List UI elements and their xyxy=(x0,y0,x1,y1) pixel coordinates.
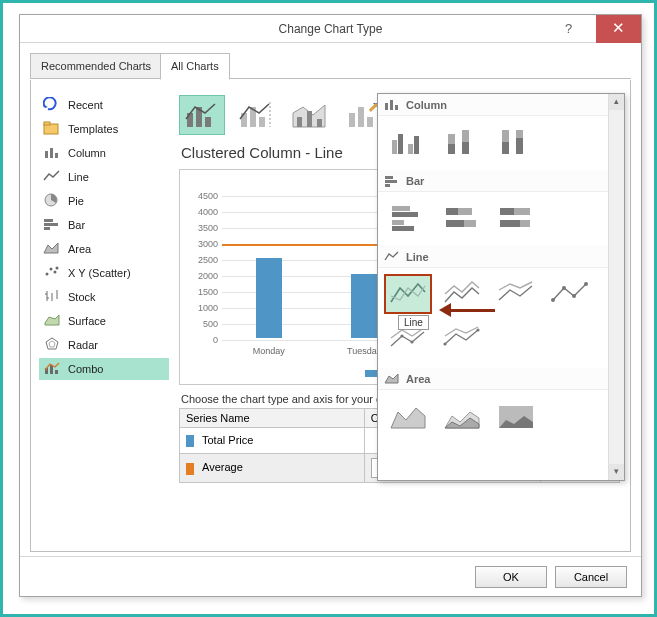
area-icon xyxy=(384,372,400,385)
dialog-footer: OK Cancel xyxy=(20,556,641,596)
sidebar-item-stock[interactable]: Stock xyxy=(39,286,169,308)
sidebar-item-surface[interactable]: Surface xyxy=(39,310,169,332)
y-tick-label: 1500 xyxy=(188,287,218,297)
svg-rect-50 xyxy=(462,142,469,154)
svg-rect-6 xyxy=(44,219,53,222)
svg-point-71 xyxy=(562,286,566,290)
svg-rect-28 xyxy=(241,113,247,127)
chart-type-picker-overlay: Column Bar Line xyxy=(377,93,625,481)
chart-category-sidebar: Recent Templates Column Line Pie xyxy=(39,94,169,382)
scroll-down-icon[interactable]: ▾ xyxy=(609,464,624,480)
subtype-clustered-column-line-secondary[interactable] xyxy=(233,95,279,135)
y-tick-label: 1000 xyxy=(188,303,218,313)
y-tick-label: 500 xyxy=(188,319,218,329)
sidebar-item-label: Surface xyxy=(68,310,106,332)
area-stacked[interactable] xyxy=(438,396,486,436)
sidebar-item-recent[interactable]: Recent xyxy=(39,94,169,116)
sidebar-item-scatter[interactable]: X Y (Scatter) xyxy=(39,262,169,284)
svg-rect-42 xyxy=(395,105,398,110)
overlay-column-grid xyxy=(378,116,608,170)
svg-rect-33 xyxy=(297,117,302,127)
svg-rect-25 xyxy=(187,113,193,127)
y-tick-label: 4500 xyxy=(188,191,218,201)
scroll-up-icon[interactable]: ▴ xyxy=(609,94,624,110)
svg-rect-59 xyxy=(392,212,418,217)
svg-rect-36 xyxy=(349,113,355,127)
svg-point-12 xyxy=(54,271,57,274)
overlay-scrollbar[interactable]: ▴ ▾ xyxy=(608,94,624,480)
svg-rect-27 xyxy=(205,117,211,127)
svg-marker-9 xyxy=(44,243,58,253)
sidebar-item-area[interactable]: Area xyxy=(39,238,169,260)
svg-rect-57 xyxy=(385,184,390,187)
tab-all-charts[interactable]: All Charts xyxy=(160,53,230,80)
svg-point-74 xyxy=(400,334,403,337)
sidebar-item-bar[interactable]: Bar xyxy=(39,214,169,236)
tab-recommended-charts[interactable]: Recommended Charts xyxy=(30,53,162,79)
svg-rect-34 xyxy=(307,111,312,127)
sidebar-item-pie[interactable]: Pie xyxy=(39,190,169,212)
line-100stacked[interactable] xyxy=(492,274,540,314)
svg-point-70 xyxy=(551,298,555,302)
close-button[interactable]: ✕ xyxy=(596,15,641,43)
overlay-category-label: Bar xyxy=(406,175,424,187)
column-clustered[interactable] xyxy=(384,122,432,162)
overlay-line-grid: Line xyxy=(378,268,608,368)
sidebar-item-line[interactable]: Line xyxy=(39,166,169,188)
bar-100stacked[interactable] xyxy=(492,198,540,238)
titlebar: Change Chart Type ? ✕ xyxy=(20,15,641,43)
overlay-category-bar: Bar xyxy=(378,170,608,192)
svg-marker-21 xyxy=(49,341,55,347)
line-markers[interactable] xyxy=(546,274,594,314)
tab-strip: Recommended Charts All Charts xyxy=(30,53,631,79)
area-basic[interactable] xyxy=(384,396,432,436)
column-100stacked[interactable] xyxy=(492,122,540,162)
sidebar-item-column[interactable]: Column xyxy=(39,142,169,164)
svg-rect-61 xyxy=(392,226,414,231)
col-series-name: Series Name xyxy=(180,409,365,428)
radar-icon xyxy=(43,337,61,353)
svg-rect-38 xyxy=(367,117,373,127)
y-tick-label: 3000 xyxy=(188,239,218,249)
bar-clustered[interactable] xyxy=(384,198,432,238)
sidebar-item-radar[interactable]: Radar xyxy=(39,334,169,356)
svg-rect-54 xyxy=(516,138,523,154)
svg-rect-23 xyxy=(50,365,53,374)
scatter-icon xyxy=(43,265,61,281)
sidebar-item-label: Column xyxy=(68,142,106,164)
svg-marker-79 xyxy=(391,408,425,428)
sidebar-item-templates[interactable]: Templates xyxy=(39,118,169,140)
bar xyxy=(351,274,377,338)
overlay-category-area: Area xyxy=(378,368,608,390)
svg-marker-78 xyxy=(385,374,398,383)
line-100stacked-markers[interactable] xyxy=(438,320,486,360)
cancel-button[interactable]: Cancel xyxy=(555,566,627,588)
svg-rect-7 xyxy=(44,223,58,226)
column-icon xyxy=(43,145,61,161)
ok-button[interactable]: OK xyxy=(475,566,547,588)
svg-rect-48 xyxy=(448,144,455,154)
svg-point-73 xyxy=(584,282,588,286)
overlay-category-line: Line xyxy=(378,246,608,268)
line-basic[interactable]: Line xyxy=(384,274,432,314)
series-name: Average xyxy=(202,461,243,473)
templates-icon xyxy=(43,121,61,137)
column-stacked[interactable] xyxy=(438,122,486,162)
svg-rect-69 xyxy=(500,220,520,227)
help-button[interactable]: ? xyxy=(546,15,591,43)
y-tick-label: 2500 xyxy=(188,255,218,265)
sidebar-item-label: Stock xyxy=(68,286,96,308)
svg-rect-40 xyxy=(385,103,388,110)
overlay-area-grid xyxy=(378,390,608,444)
subtype-stacked-area-column[interactable] xyxy=(287,95,333,135)
pie-icon xyxy=(43,193,61,209)
subtype-clustered-column-line[interactable] xyxy=(179,95,225,135)
y-tick-label: 3500 xyxy=(188,223,218,233)
bar-stacked[interactable] xyxy=(438,198,486,238)
svg-rect-60 xyxy=(392,220,404,225)
line-icon xyxy=(43,169,61,185)
sidebar-item-combo[interactable]: Combo xyxy=(39,358,169,380)
area-100stacked[interactable] xyxy=(492,396,540,436)
svg-point-77 xyxy=(476,328,479,331)
y-tick-label: 4000 xyxy=(188,207,218,217)
